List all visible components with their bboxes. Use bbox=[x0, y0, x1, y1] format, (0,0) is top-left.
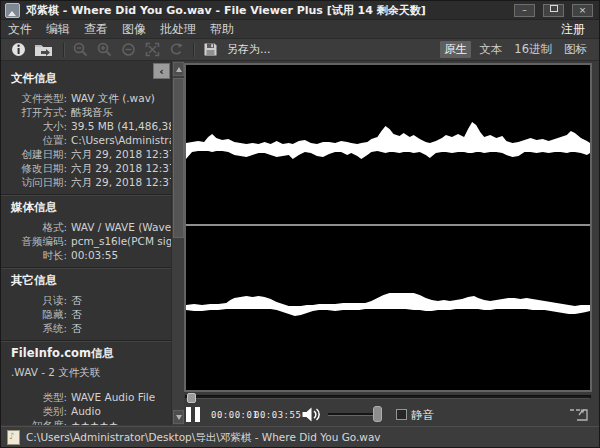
info-row: 访问日期:六月 29, 2018 12:37 ... bbox=[1, 175, 171, 189]
popout-icon[interactable] bbox=[567, 405, 591, 428]
total-time: 00:03:55 bbox=[254, 410, 301, 420]
rotate-icon[interactable] bbox=[167, 42, 185, 58]
info-row: 创建日期:六月 29, 2018 12:37 ... bbox=[1, 147, 171, 161]
toolbar: 另存为... 原生 文本 16进制 图标 bbox=[1, 39, 599, 61]
info-row: 隐藏:否 bbox=[1, 307, 171, 321]
info-row: 位置:C:\Users\Administrato... bbox=[1, 133, 171, 147]
row-label: 格式: bbox=[1, 220, 67, 234]
register-link[interactable]: 注册 bbox=[561, 21, 585, 38]
menu-bar: 文件 编辑 查看 图像 批处理 帮助 注册 bbox=[1, 20, 599, 39]
view-mode-hex[interactable]: 16进制 bbox=[510, 41, 556, 58]
info-row: 音频编码:pcm_s16le(PCM sign... bbox=[1, 234, 171, 248]
volume-slider-thumb[interactable] bbox=[373, 406, 382, 422]
row-value: 39.5 MB (41,486,384 ... bbox=[71, 119, 171, 133]
info-row: 大小:39.5 MB (41,486,384 ... bbox=[1, 119, 171, 133]
zoom-out-icon[interactable] bbox=[71, 42, 89, 58]
row-value: 否 bbox=[71, 293, 82, 307]
waveform-right-channel bbox=[186, 293, 590, 316]
open-folder-icon[interactable] bbox=[33, 42, 55, 58]
maximize-icon bbox=[550, 5, 558, 12]
row-value: 00:03:55 bbox=[71, 248, 118, 262]
row-value: 六月 29, 2018 12:37 ... bbox=[71, 161, 171, 175]
row-label: 隐藏: bbox=[1, 307, 67, 321]
mute-checkbox[interactable] bbox=[396, 409, 407, 420]
section-title-fileinfo-com: FileInfo.com信息 bbox=[11, 346, 171, 361]
menu-batch[interactable]: 批处理 bbox=[153, 21, 203, 38]
row-label: 时长: bbox=[1, 248, 67, 262]
window-title: 邓紫棋 - Where Did You Go.wav - File Viewer… bbox=[26, 3, 426, 18]
row-value: C:\Users\Administrato... bbox=[71, 133, 171, 147]
menu-edit[interactable]: 编辑 bbox=[39, 21, 77, 38]
scroll-up-button[interactable] bbox=[173, 62, 184, 76]
row-value: WAV 文件 (.wav) bbox=[71, 91, 155, 105]
info-row: 只读:否 bbox=[1, 293, 171, 307]
info-sidebar: 文件信息 文件类型:WAV 文件 (.wav) 打开方式:酷我音乐 大小:39.… bbox=[1, 61, 171, 425]
row-label: 访问日期: bbox=[1, 175, 67, 189]
row-label: 音频编码: bbox=[1, 234, 67, 248]
row-label: 打开方式: bbox=[1, 105, 67, 119]
row-value: Audio bbox=[71, 404, 101, 418]
close-button[interactable]: × bbox=[572, 4, 593, 17]
rating-stars: ★★★★★ bbox=[71, 418, 118, 425]
file-viewer-plus-window: 邓紫棋 - Where Did You Go.wav - File Viewer… bbox=[0, 0, 600, 448]
section-title-media-info: 媒体信息 bbox=[11, 200, 171, 215]
sidebar-collapse-button[interactable]: ‹ bbox=[153, 63, 170, 79]
row-label: 创建日期: bbox=[1, 147, 67, 161]
sidebar-scrollbar[interactable] bbox=[171, 61, 184, 425]
row-label: 知名度: bbox=[1, 418, 67, 425]
channel-separator-line bbox=[186, 224, 590, 226]
view-mode-native[interactable]: 原生 bbox=[440, 41, 471, 58]
seek-slider-thumb[interactable] bbox=[187, 393, 196, 403]
zoom-in-icon[interactable] bbox=[95, 42, 113, 58]
menu-file[interactable]: 文件 bbox=[1, 21, 39, 38]
info-row: 类型:WAVE Audio File bbox=[1, 390, 171, 404]
section-divider bbox=[1, 194, 171, 196]
info-row: 格式:WAV / WAVE (Wave... bbox=[1, 220, 171, 234]
waveform-left-channel bbox=[186, 122, 590, 159]
row-label: 类型: bbox=[1, 390, 67, 404]
title-bar: 邓紫棋 - Where Did You Go.wav - File Viewer… bbox=[1, 1, 599, 20]
scrollbar-thumb[interactable] bbox=[173, 78, 184, 238]
fit-to-window-icon[interactable] bbox=[143, 42, 161, 58]
minimize-button[interactable]: – bbox=[514, 4, 535, 17]
info-row: 类别:Audio bbox=[1, 404, 171, 418]
row-label: 大小: bbox=[1, 119, 67, 133]
pause-button[interactable] bbox=[186, 407, 204, 422]
info-icon[interactable] bbox=[9, 42, 27, 58]
status-bar: C:\Users\Administrator\Desktop\导出\邓紫棋 - … bbox=[1, 426, 599, 448]
menu-help[interactable]: 帮助 bbox=[203, 21, 241, 38]
row-value: 六月 29, 2018 12:37 ... bbox=[71, 175, 171, 189]
seek-slider-track[interactable] bbox=[185, 395, 591, 399]
maximize-button[interactable] bbox=[543, 4, 564, 17]
audio-file-icon bbox=[7, 430, 20, 445]
row-label: 系统: bbox=[1, 321, 67, 335]
row-label: 位置: bbox=[1, 133, 67, 147]
triangle-down-icon bbox=[176, 415, 182, 420]
view-mode-text[interactable]: 文本 bbox=[475, 41, 506, 58]
view-mode-icon[interactable]: 图标 bbox=[560, 41, 591, 58]
pause-icon bbox=[186, 407, 191, 422]
row-label: 修改日期: bbox=[1, 161, 67, 175]
row-label: 只读: bbox=[1, 293, 67, 307]
row-value: WAVE Audio File bbox=[71, 390, 155, 404]
info-row: 打开方式:酷我音乐 bbox=[1, 105, 171, 119]
file-path: C:\Users\Administrator\Desktop\导出\邓紫棋 - … bbox=[26, 431, 381, 445]
save-as-label[interactable]: 另存为... bbox=[227, 42, 271, 57]
info-row: 知名度:★★★★★ bbox=[1, 418, 171, 425]
pause-icon bbox=[195, 407, 200, 422]
volume-speaker-icon[interactable] bbox=[301, 406, 323, 427]
scroll-down-button[interactable] bbox=[173, 410, 184, 424]
row-value: 否 bbox=[71, 321, 82, 335]
info-row: 时长:00:03:55 bbox=[1, 248, 171, 262]
waveform-panel[interactable] bbox=[184, 63, 592, 392]
actual-size-icon[interactable] bbox=[119, 42, 137, 58]
info-row: 文件类型:WAV 文件 (.wav) bbox=[1, 91, 171, 105]
row-value: 否 bbox=[71, 307, 82, 321]
info-row: 系统:否 bbox=[1, 321, 171, 335]
mute-label: 静音 bbox=[411, 408, 434, 423]
section-divider bbox=[1, 340, 171, 342]
save-as-icon[interactable] bbox=[201, 42, 219, 58]
menu-view[interactable]: 查看 bbox=[77, 21, 115, 38]
row-label: 类别: bbox=[1, 404, 67, 418]
menu-image[interactable]: 图像 bbox=[115, 21, 153, 38]
